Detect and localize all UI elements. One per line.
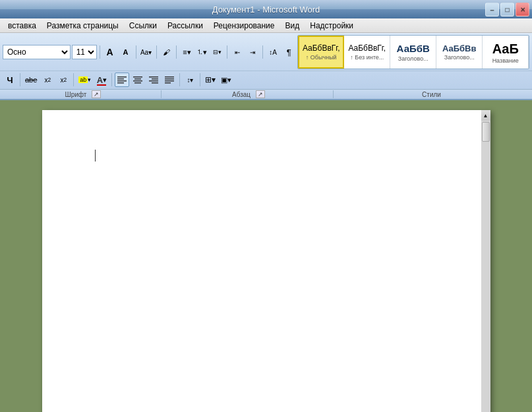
font-color-icon: A (97, 75, 103, 85)
menu-item-recenzirovanie[interactable]: Рецензирование (208, 20, 280, 32)
scroll-up-button[interactable]: ▲ (481, 110, 490, 121)
para-mark-button[interactable]: ¶ (281, 45, 296, 59)
strikethrough-button[interactable]: abe (23, 73, 39, 87)
sep-fmt (20, 73, 20, 86)
paragraph-section-expand[interactable]: ↗ (256, 90, 265, 98)
grow-font-button[interactable]: A (103, 45, 117, 59)
list-group: ▾ ▾ ⊟▾ (179, 45, 224, 59)
svg-rect-2 (117, 80, 127, 82)
svg-rect-3 (117, 82, 124, 84)
sep-fmt2 (73, 73, 74, 86)
svg-rect-12 (165, 76, 174, 78)
toolbar-row1: Осно 11 A A Aa▾ 🖌 ▾ ▾ ⊟▾ ⇤ ⇥ ↕A (0, 33, 532, 71)
menu-item-rassylki[interactable]: Рассылки (162, 20, 208, 32)
sep-align (179, 73, 180, 86)
menu-item-vid[interactable]: Вид (280, 20, 305, 32)
close-button[interactable]: ✕ (516, 3, 529, 16)
maximize-button[interactable]: □ (500, 3, 514, 16)
sep6 (262, 45, 263, 59)
sep2 (136, 45, 136, 59)
style-normal[interactable]: АаБбВвГг, ↑ Обычный (298, 36, 344, 69)
style-no-interval[interactable]: АаБбВвГг, ↑ Без инте... (344, 36, 390, 69)
subscript-button[interactable]: x2 (40, 73, 55, 87)
style-heading2-preview: АаБбВв (442, 44, 477, 54)
sep-fmt3 (111, 73, 112, 86)
svg-rect-0 (117, 76, 127, 78)
style-no-interval-label: ↑ Без инте... (350, 54, 384, 61)
svg-rect-15 (165, 82, 171, 84)
minimize-button[interactable]: – (485, 3, 499, 16)
paragraph-section-label: Абзац (229, 91, 253, 98)
styles-panel: АаБбВвГг, ↑ Обычный АаБбВвГг, ↑ Без инте… (297, 35, 529, 69)
svg-rect-10 (149, 80, 158, 82)
sort-button[interactable]: ↕A (266, 45, 280, 59)
decrease-indent-button[interactable]: ⇤ (230, 45, 245, 59)
bullets-button[interactable]: ▾ (179, 45, 194, 59)
list-ul-icon (183, 48, 187, 56)
menu-item-vstavka[interactable]: вставка (3, 20, 42, 32)
align-left-icon (117, 76, 127, 84)
justify-icon (165, 76, 174, 84)
align-right-button[interactable] (146, 73, 161, 87)
style-name[interactable]: АаБ Название (483, 36, 529, 69)
svg-rect-5 (134, 78, 141, 80)
increase-indent-button[interactable]: ⇥ (245, 45, 260, 59)
align-center-button[interactable] (131, 73, 145, 87)
vertical-scrollbar[interactable]: ▲ ▼ (481, 110, 490, 412)
window-title: Документ1 - Microsoft Word (212, 5, 320, 15)
style-normal-label: ↑ Обычный (306, 54, 337, 61)
style-heading2[interactable]: АаБбВв Заголово... (436, 36, 483, 69)
document-page[interactable]: ▲ ▼ (42, 110, 490, 412)
menu-item-razmetka[interactable]: Разметка страницы (42, 20, 124, 32)
font-color-button[interactable]: A ▾ (94, 73, 109, 87)
change-case-button[interactable]: Aa▾ (138, 45, 153, 59)
bold-button[interactable]: Ч (3, 73, 17, 87)
sep1 (100, 45, 100, 59)
style-heading1[interactable]: АаБбВ Заголово... (390, 36, 436, 69)
justify-button[interactable] (162, 73, 177, 87)
styles-section-label: Стили (419, 91, 444, 98)
svg-rect-11 (152, 82, 158, 84)
font-color-bar (97, 84, 106, 86)
sep3 (156, 45, 157, 59)
shading-button[interactable]: ▣▾ (219, 73, 233, 87)
styles-scroll-down[interactable]: ▼ (529, 36, 529, 69)
menu-bar: вставка Разметка страницы Ссылки Рассылк… (0, 18, 532, 33)
style-normal-preview: АаБбВвГг, (303, 44, 340, 53)
style-name-label: Название (492, 57, 519, 64)
svg-rect-4 (133, 76, 142, 78)
line-spacing-button[interactable]: ↕▾ (183, 73, 197, 87)
font-size-select[interactable]: 11 (72, 45, 97, 59)
multilevel-button[interactable]: ⊟▾ (210, 45, 224, 59)
align-center-icon (133, 76, 142, 84)
font-section-label: Шрифт (63, 91, 90, 98)
menu-item-ssylki[interactable]: Ссылки (124, 20, 162, 32)
superscript-button[interactable]: x2 (56, 73, 71, 87)
sep4 (176, 45, 177, 59)
borders-button[interactable]: ⊞▾ (203, 73, 218, 87)
toolbar-row2: Ч abe x2 x2 ab▾ A ▾ (0, 71, 532, 89)
highlight-button[interactable]: ab▾ (76, 73, 93, 87)
font-section-expand[interactable]: ↗ (92, 90, 101, 98)
shrink-font-button[interactable]: A (119, 45, 133, 59)
align-left-button[interactable] (115, 73, 129, 87)
sep-space (200, 73, 200, 86)
menu-item-nadstroyki[interactable]: Надстройки (305, 20, 359, 32)
content-area[interactable]: ▲ ▼ (0, 100, 532, 412)
style-no-interval-preview: АаБбВвГг, (348, 44, 386, 53)
numbering-button[interactable]: ▾ (194, 45, 209, 59)
svg-rect-9 (152, 78, 158, 80)
style-heading1-preview: АаБбВ (397, 43, 430, 55)
style-heading2-label: Заголово... (444, 54, 475, 61)
copy-format-button[interactable]: 🖌 (159, 45, 173, 59)
list-ol-icon (196, 47, 203, 57)
svg-rect-8 (149, 76, 158, 78)
font-name-select[interactable]: Осно (3, 45, 71, 59)
highlight-icon: ab (78, 76, 88, 83)
align-right-icon (149, 76, 158, 84)
sep5 (227, 45, 227, 59)
scroll-thumb[interactable] (482, 122, 490, 142)
svg-rect-7 (134, 82, 141, 84)
ribbon-sections: Шрифт ↗ Абзац ↗ Стили (0, 89, 532, 99)
indent-group: ⇤ ⇥ (230, 45, 260, 59)
